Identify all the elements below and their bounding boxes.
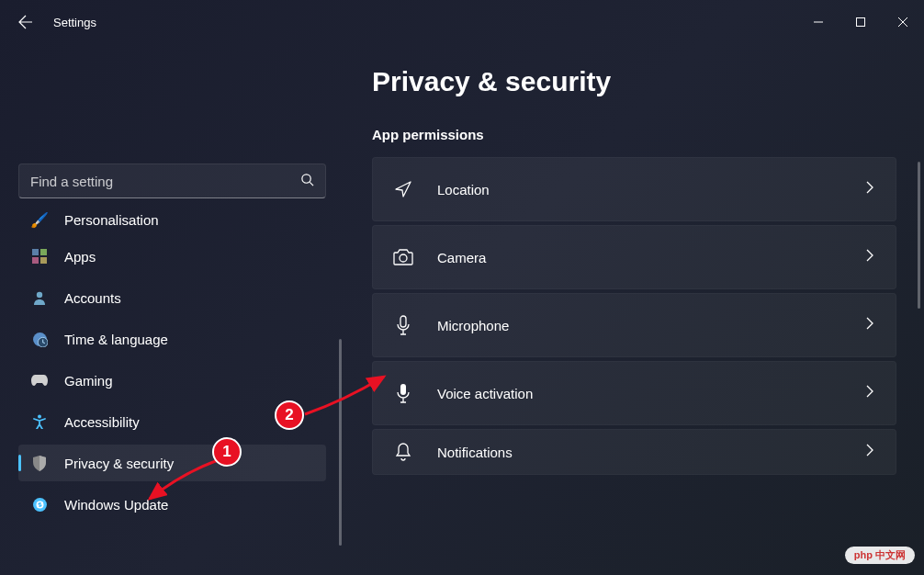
chevron-right-icon: [866, 385, 873, 401]
globe-clock-icon: [31, 331, 48, 347]
minimize-icon: [814, 17, 823, 27]
app-title: Settings: [53, 16, 96, 29]
gamepad-icon: [31, 372, 48, 389]
settings-item-microphone[interactable]: Microphone: [372, 293, 896, 357]
annotation-arrow-2: [303, 373, 390, 419]
settings-label: Camera: [437, 250, 842, 265]
main-content: Privacy & security App permissions Locat…: [372, 66, 896, 475]
section-title: App permissions: [372, 127, 896, 142]
paintbrush-icon: 🖌️: [31, 211, 48, 228]
search-placeholder: Find a setting: [30, 174, 300, 189]
sidebar-item-gaming[interactable]: Gaming: [18, 362, 326, 399]
update-icon: [31, 496, 48, 513]
shield-icon: [31, 455, 48, 471]
maximize-icon: [856, 17, 865, 27]
close-button[interactable]: [882, 7, 924, 37]
annotation-badge-2: 2: [275, 400, 304, 430]
sidebar-item-label: Gaming: [64, 373, 113, 389]
search-icon: [300, 173, 314, 190]
svg-point-11: [400, 254, 407, 262]
settings-item-location[interactable]: Location: [372, 157, 896, 221]
camera-icon: [393, 247, 413, 267]
chevron-right-icon: [866, 249, 873, 265]
settings-item-notifications[interactable]: Notifications: [372, 429, 896, 475]
sidebar-item-label: Apps: [64, 249, 96, 265]
settings-label: Notifications: [437, 445, 842, 460]
settings-list: Location Camera Microphone: [372, 157, 896, 475]
svg-rect-0: [857, 18, 865, 27]
sidebar-item-label: Personalisation: [64, 212, 159, 228]
sidebar-item-apps[interactable]: Apps: [18, 238, 326, 275]
sidebar-item-label: Time & language: [64, 332, 168, 347]
sidebar-item-time-language[interactable]: Time & language: [18, 321, 326, 357]
settings-label: Location: [437, 182, 842, 197]
settings-label: Voice activation: [437, 386, 842, 401]
svg-rect-3: [40, 249, 47, 255]
microphone-icon: [393, 315, 413, 335]
main-scrollbar[interactable]: [918, 162, 920, 309]
svg-point-1: [302, 174, 310, 182]
titlebar-left: Settings: [18, 15, 96, 29]
sidebar-item-personalisation[interactable]: 🖌️ Personalisation: [18, 206, 326, 233]
svg-rect-5: [40, 257, 47, 264]
svg-rect-12: [400, 316, 406, 327]
settings-item-voice-activation[interactable]: Voice activation: [372, 361, 896, 425]
back-button[interactable]: [18, 15, 33, 29]
titlebar: Settings: [0, 0, 924, 44]
person-icon: [31, 289, 48, 306]
accessibility-icon: [31, 413, 48, 430]
maximize-button[interactable]: [839, 7, 882, 37]
chevron-right-icon: [866, 444, 873, 460]
watermark: php 中文网: [845, 547, 915, 564]
chevron-right-icon: [866, 181, 873, 197]
svg-point-6: [37, 292, 42, 298]
minimize-button[interactable]: [797, 7, 839, 37]
svg-point-9: [38, 415, 41, 419]
location-icon: [393, 179, 413, 199]
chevron-right-icon: [866, 317, 873, 333]
svg-rect-4: [32, 257, 39, 264]
bell-icon: [393, 442, 413, 462]
window-controls: [797, 7, 924, 37]
sidebar-scrollbar[interactable]: [339, 339, 342, 546]
sidebar-item-label: Accounts: [64, 290, 121, 306]
annotation-badge-1: 1: [212, 437, 242, 467]
apps-icon: [31, 248, 48, 265]
sidebar-item-label: Accessibility: [64, 414, 140, 430]
settings-label: Microphone: [437, 318, 842, 333]
close-icon: [898, 17, 907, 27]
svg-rect-2: [32, 249, 39, 255]
voice-activation-icon: [393, 383, 413, 403]
sidebar-item-accounts[interactable]: Accounts: [18, 279, 326, 316]
settings-item-camera[interactable]: Camera: [372, 225, 896, 289]
page-title: Privacy & security: [372, 66, 896, 97]
svg-rect-13: [400, 384, 406, 395]
back-arrow-icon: [18, 15, 33, 29]
search-input[interactable]: Find a setting: [18, 163, 326, 198]
